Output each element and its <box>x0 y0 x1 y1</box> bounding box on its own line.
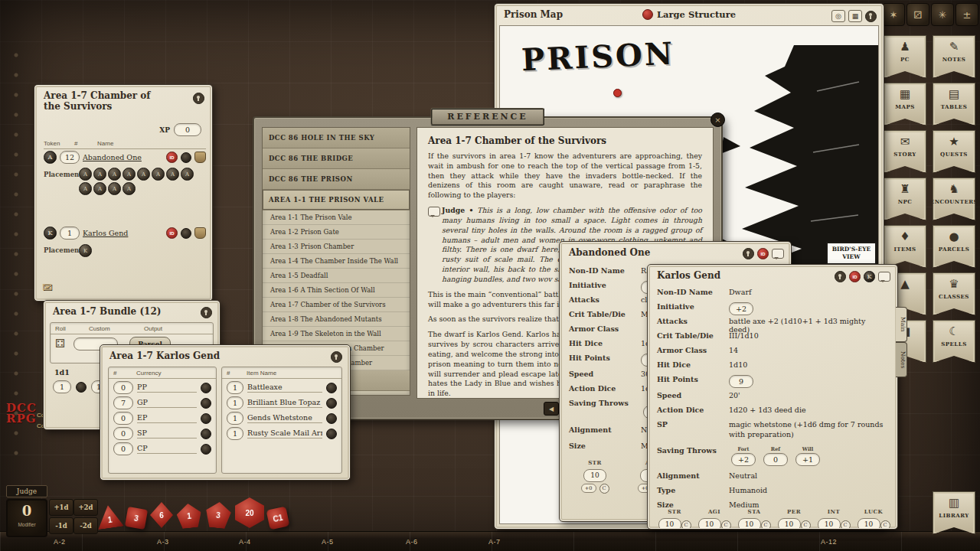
ref-nav-item[interactable]: Area 1-9 The Skeleton in the Wall <box>263 327 410 341</box>
check-roll-button[interactable]: C <box>721 520 731 529</box>
sidebar-item-notes[interactable]: ✎Notes <box>933 35 975 78</box>
ref-nav-item[interactable]: Area 1-3 Prison Chamber <box>263 240 410 254</box>
id-badge-icon[interactable]: ID <box>166 227 178 239</box>
options-button[interactable]: ✳ <box>931 3 954 26</box>
coin-count-field[interactable]: 0 <box>113 427 133 440</box>
lock-icon[interactable] <box>331 351 342 363</box>
window-title[interactable]: Area 1-7 Chamber of the Survivors <box>44 90 170 112</box>
placement-token[interactable]: A <box>93 182 106 195</box>
d4-die[interactable]: 1 <box>95 504 124 530</box>
ability-score-field[interactable]: 10 <box>818 518 841 529</box>
radial-menu-icon[interactable] <box>76 382 87 393</box>
speech-bubble-icon[interactable] <box>878 272 890 282</box>
save-field[interactable]: 0 <box>763 453 788 466</box>
npc-count-field[interactable]: 12 <box>60 151 80 164</box>
check-roll-button[interactable]: C <box>599 484 609 494</box>
loot-sack-icon[interactable] <box>194 152 206 163</box>
hotkey-slot[interactable]: A-7 <box>488 538 501 546</box>
sidebar-item-classes[interactable]: ♛Classes <box>933 272 975 315</box>
ability-score-field[interactable]: 10 <box>738 518 761 529</box>
plus-1d-button[interactable]: +1d <box>49 499 74 516</box>
radial-menu-icon[interactable] <box>201 398 211 409</box>
field-value[interactable]: 9 <box>729 375 753 388</box>
lock-icon[interactable] <box>201 307 212 318</box>
radial-menu-icon[interactable] <box>181 228 191 239</box>
d6-die[interactable]: 3 <box>125 507 148 530</box>
field-value[interactable]: Humanoid <box>729 486 888 494</box>
die-button-icon[interactable]: ⚃ <box>55 338 65 350</box>
radial-menu-icon[interactable] <box>201 413 211 424</box>
radial-menu-icon[interactable] <box>181 152 191 163</box>
speech-bubble-icon[interactable] <box>772 249 784 259</box>
loot-sack-icon[interactable] <box>194 227 206 239</box>
radial-menu-icon[interactable] <box>326 429 337 439</box>
coin-count-field[interactable]: 0 <box>113 412 133 425</box>
ref-nav-item[interactable]: Area 1-1 The Prison Vale <box>263 210 410 225</box>
placement-token[interactable]: A <box>137 168 150 181</box>
placement-token[interactable]: A <box>152 168 165 181</box>
back-arrow-button[interactable]: ◀ <box>544 402 559 416</box>
item-count-field[interactable]: 1 <box>227 412 243 425</box>
placement-token[interactable]: A <box>79 182 92 195</box>
d20-die[interactable]: 20 <box>235 497 264 528</box>
save-field[interactable]: +2 <box>731 453 756 466</box>
item-count-field[interactable]: 1 <box>227 381 243 394</box>
npc-token[interactable]: K <box>864 271 875 282</box>
ref-nav-item[interactable]: Area 1-5 Deadfall <box>263 269 410 283</box>
npc-link[interactable]: Abandoned One <box>83 153 163 161</box>
placement-token[interactable]: A <box>79 168 92 181</box>
ref-nav-item[interactable]: Area 1-7 Chamber of the Survivors <box>263 298 410 312</box>
d10-die[interactable]: 1 <box>175 502 202 529</box>
hotkey-slot[interactable]: A-3 <box>157 538 169 546</box>
field-value[interactable]: 20' <box>729 391 888 399</box>
ability-score-field[interactable]: 10 <box>858 518 880 529</box>
sidebar-item-maps[interactable]: ▦Maps <box>884 83 926 126</box>
placement-token[interactable]: A <box>108 168 121 181</box>
tab-notes[interactable]: Notes <box>896 342 907 377</box>
id-badge-icon[interactable]: ID <box>757 248 769 259</box>
placement-token[interactable]: A <box>108 182 121 195</box>
npc-link[interactable]: Karlos Gend <box>83 229 163 237</box>
id-badge-icon[interactable]: ID <box>849 271 861 282</box>
ref-nav-item[interactable]: DCC 86 HOLE IN THE SKY <box>263 128 410 148</box>
prison-map-titlebar[interactable]: Prison Map Large Structure ◎ ▦ <box>495 4 884 24</box>
ref-nav-item[interactable]: Area 1-6 A Thin Section Of Wall <box>263 283 410 298</box>
placement-token[interactable]: A <box>122 168 136 181</box>
ref-nav-item[interactable]: DCC 86 THE BRIDGE <box>263 148 410 169</box>
d12-die[interactable]: 3 <box>204 500 232 529</box>
hotkey-slot[interactable]: A-2 <box>54 538 66 546</box>
window-title[interactable]: Area 1-7 Karlos Gend <box>109 350 220 361</box>
radial-menu-button[interactable]: ✶ <box>882 3 905 26</box>
ref-nav-item[interactable]: Area 1-4 The Chamber Inside The Wall <box>263 254 410 269</box>
check-roll-button[interactable]: C <box>841 520 851 529</box>
ref-nav-item[interactable]: Area 1-2 Prison Gate <box>263 225 410 240</box>
ability-score-field[interactable]: 10 <box>658 518 681 529</box>
ability-score-field[interactable]: 10 <box>583 469 606 482</box>
coin-count-field[interactable]: 0 <box>113 381 133 394</box>
tab-main[interactable]: Main <box>896 307 907 342</box>
lock-icon[interactable] <box>835 271 846 282</box>
identity-judge-button[interactable]: Judge <box>6 485 47 497</box>
placement-token[interactable]: A <box>93 168 106 181</box>
d100-die[interactable]: C1 <box>266 507 290 530</box>
npc-token[interactable]: K <box>44 227 57 240</box>
placement-token[interactable]: A <box>166 168 179 181</box>
reference-plaque[interactable]: REFERENCE <box>430 108 544 126</box>
modifier-box[interactable]: 0 Modifier <box>6 499 47 537</box>
sidebar-item-encounters[interactable]: ♞Encounters <box>933 178 975 220</box>
window-title[interactable]: Karlos Gend <box>657 270 720 281</box>
field-value[interactable]: 14 <box>729 346 888 354</box>
placement-token[interactable]: A <box>181 168 194 181</box>
modifiers-button[interactable]: ± <box>956 3 978 26</box>
save-field[interactable]: +1 <box>795 453 820 466</box>
radial-menu-icon[interactable] <box>326 398 337 409</box>
check-roll-button[interactable]: C <box>801 520 811 529</box>
radial-menu-icon[interactable] <box>326 413 337 424</box>
ability-score-field[interactable]: 10 <box>778 518 801 529</box>
window-title[interactable]: Abandoned One <box>569 247 650 258</box>
xp-field[interactable]: 0 <box>174 123 201 136</box>
coin-count-field[interactable]: 0 <box>113 442 133 455</box>
window-title[interactable]: Area 1-7 Bundle (12) <box>53 306 162 317</box>
result-count-field[interactable]: 1 <box>53 380 71 393</box>
sidebar-item-npc[interactable]: ♜NPC <box>884 178 926 220</box>
